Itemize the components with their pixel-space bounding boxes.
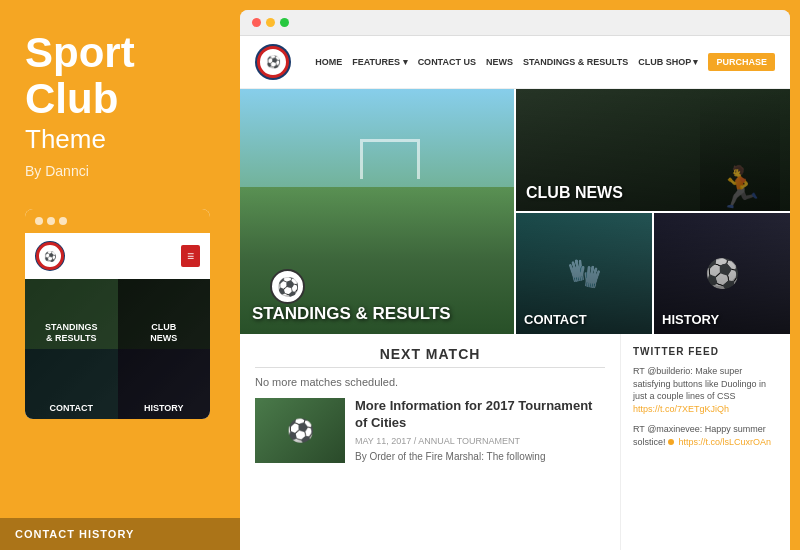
article-row: ⚽ More Information for 2017 Tournament o…	[255, 398, 605, 464]
hero-club-news-label: CLUB NEWS	[516, 175, 633, 210]
contact-history-label: conTACT HistorY	[0, 518, 240, 550]
thumb-icon: ⚽	[255, 398, 345, 463]
hero-right-bottom-row: 🧤 CONTACT ⚽ HISTORY	[516, 213, 790, 335]
nav-home[interactable]: HOME	[315, 57, 342, 67]
next-match-title: NEXT MATCH	[255, 346, 605, 362]
mobile-dot-1	[35, 217, 43, 225]
next-match-divider	[255, 367, 605, 368]
mobile-grid-item-club-news[interactable]: CLUBNEWS	[118, 279, 211, 349]
mobile-logo-inner: ⚽	[36, 242, 64, 270]
main-content: NEXT MATCH No more matches scheduled. ⚽ …	[240, 334, 620, 550]
mobile-dot-2	[47, 217, 55, 225]
goal-post	[360, 139, 420, 179]
tweet-2-link[interactable]: https://t.co/lsLCuxrOAn	[679, 437, 772, 447]
mobile-hamburger-button[interactable]: ≡	[181, 245, 200, 267]
browser-window: ⚽ HOME FEATURES ▾ CONTACT US NEWS STANDI…	[240, 10, 790, 550]
tweet-1-link[interactable]: https://t.co/7XETgKJiQh	[633, 404, 729, 414]
mobile-logo: ⚽	[35, 241, 65, 271]
article-thumbnail: ⚽	[255, 398, 345, 463]
tweet-2: RT @maxinevee: Happy summer solstice! ht…	[633, 423, 778, 448]
mobile-club-news-label: CLUBNEWS	[146, 322, 181, 350]
brand-title-club: Club	[25, 76, 215, 122]
tweet-dot	[668, 439, 674, 445]
content-area: NEXT MATCH No more matches scheduled. ⚽ …	[240, 334, 790, 550]
tweet-1-text: RT @builderio: Make super satisfying but…	[633, 366, 766, 401]
no-matches-text: No more matches scheduled.	[255, 376, 605, 388]
mobile-dot-3	[59, 217, 67, 225]
hero-club-news-cell[interactable]: 🏃 CLUB NEWS	[516, 89, 790, 211]
hero-standings-cell[interactable]: ⚽ STANDINGS & RESULTS	[240, 89, 514, 334]
hero-history-cell[interactable]: ⚽ HISTORY	[654, 213, 790, 335]
browser-chrome	[240, 10, 790, 36]
hero-history-label: HISTORY	[654, 306, 727, 334]
nav-shop[interactable]: CLUB SHOP ▾	[638, 57, 698, 67]
hero-area: ⚽ STANDINGS & RESULTS 🏃 CLUB NEWS	[240, 89, 790, 334]
mobile-grid-item-contact[interactable]: CONTACT	[25, 349, 118, 419]
tweet-1: RT @builderio: Make super satisfying but…	[633, 365, 778, 415]
site-logo-icon: ⚽	[257, 46, 289, 78]
nav-contact[interactable]: CONTACT US	[418, 57, 476, 67]
article-meta: MAY 11, 2017 / ANNUAL TOURNAMENT	[355, 436, 605, 446]
brand-by: By Dannci	[25, 163, 215, 179]
mobile-top-bar	[25, 209, 210, 233]
nav-news[interactable]: NEWS	[486, 57, 513, 67]
nav-standings[interactable]: STANDINGS & RESULTS	[523, 57, 628, 67]
browser-dot-yellow[interactable]	[266, 18, 275, 27]
mobile-nav-bar: ⚽ ≡	[25, 233, 210, 279]
hero-standings-label: STANDINGS & RESULTS	[240, 294, 463, 334]
site-logo: ⚽	[255, 44, 291, 80]
mobile-grid: STANDINGS& RESULTS CLUBNEWS CONTACT HIST…	[25, 279, 210, 419]
article-title: More Information for 2017 Tournament of …	[355, 398, 605, 432]
left-panel: Sport Club Theme By Dannci ⚽ ≡ STANDINGS…	[0, 0, 240, 550]
hero-contact-cell[interactable]: 🧤 CONTACT	[516, 213, 652, 335]
nav-features[interactable]: FEATURES ▾	[352, 57, 407, 67]
brand-subtitle: Theme	[25, 124, 215, 155]
mobile-contact-label: CONTACT	[46, 403, 97, 420]
browser-dot-red[interactable]	[252, 18, 261, 27]
sidebar-title: TWITTER FEED	[633, 346, 778, 357]
mobile-grid-item-standings[interactable]: STANDINGS& RESULTS	[25, 279, 118, 349]
article-content: More Information for 2017 Tournament of …	[355, 398, 605, 464]
browser-dot-green[interactable]	[280, 18, 289, 27]
nav-links: HOME FEATURES ▾ CONTACT US NEWS STANDING…	[315, 53, 775, 71]
hero-contact-label: CONTACT	[516, 306, 595, 334]
twitter-sidebar: TWITTER FEED RT @builderio: Make super s…	[620, 334, 790, 550]
mobile-grid-item-history[interactable]: HISTORY	[118, 349, 211, 419]
website-content: ⚽ HOME FEATURES ▾ CONTACT US NEWS STANDI…	[240, 36, 790, 550]
website-navbar: ⚽ HOME FEATURES ▾ CONTACT US NEWS STANDI…	[240, 36, 790, 89]
mobile-history-label: HISTORY	[140, 403, 188, 420]
mobile-standings-label: STANDINGS& RESULTS	[41, 322, 101, 350]
brand-title-sport: Sport	[25, 30, 215, 76]
article-excerpt: By Order of the Fire Marshal: The follow…	[355, 450, 605, 464]
hero-right-column: 🏃 CLUB NEWS 🧤 CONTACT ⚽	[516, 89, 790, 334]
mobile-preview: ⚽ ≡ STANDINGS& RESULTS CLUBNEWS CONTACT …	[25, 209, 210, 419]
nav-purchase[interactable]: PURCHASE	[708, 53, 775, 71]
